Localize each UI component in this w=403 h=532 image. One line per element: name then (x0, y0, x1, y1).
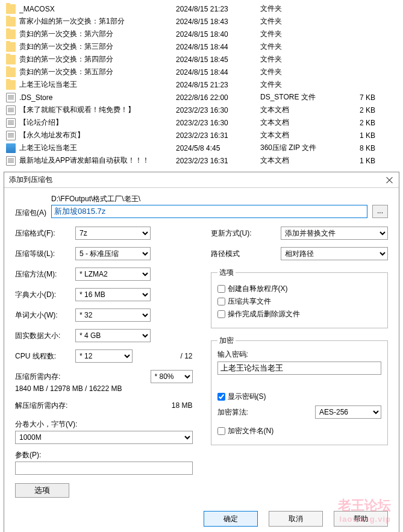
encrypt-names-checkbox[interactable]: 加密文件名(N) (217, 426, 382, 436)
algo-select[interactable]: AES-256 (315, 405, 381, 419)
method-select[interactable]: * LZMA2 (75, 268, 151, 281)
file-date: 2023/2/23 16:30 (176, 106, 260, 114)
word-select[interactable]: * 32 (75, 308, 151, 322)
file-name: 【论坛介绍】 (19, 117, 176, 128)
file-type: 文件夹 (260, 29, 360, 39)
file-type: 文件夹 (260, 4, 360, 14)
dict-select[interactable]: * 16 MB (75, 288, 151, 301)
file-type: 文件夹 (260, 42, 360, 52)
file-row[interactable]: 最新地址及APP请发邮箱自动获取！！！2023/2/23 16:31文本文档1 … (6, 154, 403, 167)
file-name: _MACOSX (19, 5, 176, 13)
file-name: 上老王论坛当老王 (19, 143, 176, 153)
file-row[interactable]: 贵妇的第一次交换：第四部分2024/8/15 18:45文件夹 (6, 53, 403, 66)
doc-icon (6, 131, 16, 140)
threads-max: / 12 (180, 352, 192, 360)
file-row[interactable]: 富家小姐的第一次交换：第1部分2024/8/15 18:43文件夹 (6, 15, 403, 28)
format-select[interactable]: 7z (75, 227, 151, 240)
cancel-button[interactable]: 取消 (269, 511, 323, 527)
algo-label: 加密算法: (217, 407, 316, 418)
file-row[interactable]: 贵妇的第一次交换：第三部分2024/8/15 18:44文件夹 (6, 40, 403, 53)
update-label: 更新方式(U): (211, 228, 281, 239)
file-date: 2024/8/15 18:40 (176, 30, 260, 39)
split-select[interactable]: 1000M (15, 431, 193, 444)
file-date: 2024/8/15 18:43 (176, 17, 260, 26)
help-button[interactable]: 帮助 (334, 511, 388, 527)
delete-after-checkbox[interactable]: 操作完成后删除源文件 (217, 309, 382, 319)
password-input[interactable] (217, 361, 382, 375)
file-size: 1 KB (360, 157, 403, 165)
file-date: 2024/8/15 21:23 (176, 81, 260, 89)
dict-label: 字典大小(D): (15, 290, 75, 300)
file-name: 【来了就能下载和观看！纯免费！】 (19, 105, 176, 115)
pathmode-label: 路径模式 (211, 249, 281, 259)
file-type: 文本文档 (260, 130, 360, 140)
file-type: 文本文档 (260, 117, 360, 128)
shared-checkbox[interactable]: 压缩共享文件 (217, 296, 382, 307)
password-label: 输入密码: (217, 349, 382, 360)
file-size: 2 KB (360, 119, 403, 127)
encryption-legend: 加密 (217, 336, 236, 346)
file-name: .DS_Store (19, 93, 176, 102)
file-row[interactable]: 【来了就能下载和观看！纯免费！】2023/2/23 16:30文本文档2 KB (6, 104, 403, 116)
file-size: 7 KB (360, 93, 403, 102)
file-name: 最新地址及APP请发邮箱自动获取！！！ (19, 155, 176, 166)
file-type: 文件夹 (260, 16, 360, 27)
mem-compress-label: 压缩所需内存: (15, 372, 151, 382)
method-label: 压缩方法(M): (15, 269, 75, 280)
file-date: 2023/2/23 16:30 (176, 119, 260, 127)
mem-decompress-label: 解压缩所需内存: (15, 401, 172, 411)
doc-icon (6, 105, 16, 115)
file-type: 文本文档 (260, 155, 360, 166)
mem-decompress-value: 18 MB (172, 401, 193, 410)
show-password-checkbox[interactable]: 显示密码(S) (217, 392, 382, 402)
update-select[interactable]: 添加并替换文件 (281, 227, 389, 240)
file-row[interactable]: 【论坛介绍】2023/2/23 16:30文本文档2 KB (6, 116, 403, 129)
solid-select[interactable]: * 4 GB (75, 329, 151, 342)
file-row[interactable]: 贵妇的第一次交换：第五部分2024/8/15 18:44文件夹 (6, 66, 403, 78)
pathmode-select[interactable]: 相对路径 (281, 247, 389, 260)
file-type: 文本文档 (260, 105, 360, 115)
split-label: 分卷大小，字节(V): (15, 419, 193, 430)
folder-icon (6, 67, 16, 77)
close-icon[interactable] (386, 176, 394, 184)
options-button[interactable]: 选项 (15, 483, 69, 498)
file-size: 2 KB (360, 106, 403, 114)
folder-icon (6, 4, 16, 14)
archive-dialog: 添加到压缩包 压缩包(A) D:\FFOutput\格式工厂\老王\ ... 压… (4, 172, 399, 532)
threads-select[interactable]: * 12 (75, 349, 133, 363)
file-date: 2024/8/15 18:44 (176, 68, 260, 77)
file-date: 2024/8/15 18:44 (176, 43, 260, 51)
ok-button[interactable]: 确定 (204, 511, 258, 527)
file-type: 文件夹 (260, 54, 360, 64)
file-row[interactable]: _MACOSX2024/8/15 21:23文件夹 (6, 2, 403, 15)
folder-icon (6, 30, 16, 39)
file-row[interactable]: 上老王论坛当老王2024/5/8 4:45360压缩 ZIP 文件8 KB (6, 142, 403, 154)
file-type: DS_STORE 文件 (260, 92, 360, 102)
folder-icon (6, 42, 16, 52)
options-group: 选项 创建自释放程序(X) 压缩共享文件 操作完成后删除源文件 (211, 268, 389, 328)
file-row[interactable]: .DS_Store2022/8/16 22:00DS_STORE 文件7 KB (6, 91, 403, 104)
file-name: 富家小姐的第一次交换：第1部分 (19, 16, 176, 27)
mem-compress-value: 1840 MB / 12978 MB / 16222 MB (15, 384, 193, 393)
doc-icon (6, 118, 16, 128)
file-type: 文件夹 (260, 80, 360, 90)
file-name: 贵妇的第一次交换：第五部分 (19, 67, 176, 77)
browse-button[interactable]: ... (372, 205, 388, 218)
archive-input[interactable] (51, 205, 367, 218)
archive-label: 压缩包(A) (15, 208, 46, 218)
params-input[interactable] (15, 462, 193, 475)
file-row[interactable]: 贵妇的第一次交换：第六部分2024/8/15 18:40文件夹 (6, 28, 403, 40)
file-size: 1 KB (360, 131, 403, 140)
sfx-checkbox[interactable]: 创建自释放程序(X) (217, 284, 382, 294)
file-name: 上老王论坛当老王 (19, 80, 176, 90)
file-name: 贵妇的第一次交换：第六部分 (19, 29, 176, 39)
file-type: 文件夹 (260, 67, 360, 77)
level-label: 压缩等级(L): (15, 249, 75, 259)
solid-label: 固实数据大小: (15, 331, 75, 341)
file-row[interactable]: 上老王论坛当老王2024/8/15 21:23文件夹 (6, 78, 403, 91)
mem-limit-select[interactable]: * 80% (151, 370, 193, 383)
folder-icon (6, 17, 16, 27)
zip-icon (6, 143, 16, 153)
file-row[interactable]: 【永久地址发布页】2023/2/23 16:31文本文档1 KB (6, 129, 403, 142)
level-select[interactable]: 5 - 标准压缩 (75, 247, 151, 260)
